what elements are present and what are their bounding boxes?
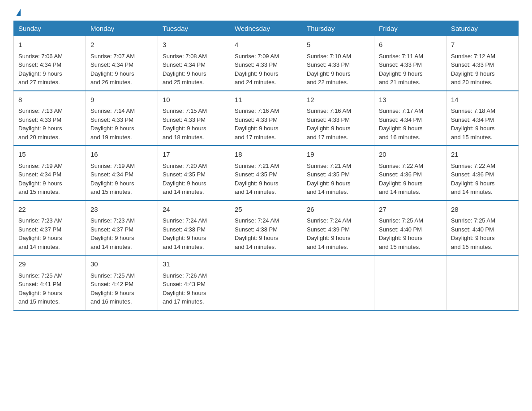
day-number: 6 bbox=[379, 40, 442, 50]
daylight-label: Daylight: 9 hours bbox=[163, 70, 206, 77]
daylight-label: Daylight: 9 hours bbox=[235, 180, 279, 187]
sunset-label: Sunset: 4:33 PM bbox=[90, 116, 133, 123]
sunrise-label: Sunrise: 7:15 AM bbox=[163, 107, 207, 114]
day-number: 8 bbox=[18, 95, 81, 105]
daylight-label: Daylight: 9 hours bbox=[379, 180, 423, 187]
empty-cell bbox=[446, 255, 519, 310]
daylight-detail: and 15 minutes. bbox=[90, 188, 132, 195]
calendar-day-16: 16 Sunrise: 7:19 AM Sunset: 4:34 PM Dayl… bbox=[86, 146, 158, 201]
calendar-day-3: 3 Sunrise: 7:08 AM Sunset: 4:34 PM Dayli… bbox=[158, 36, 230, 91]
daylight-detail: and 15 minutes. bbox=[451, 244, 493, 250]
sunset-label: Sunset: 4:43 PM bbox=[163, 281, 206, 287]
daylight-label: Daylight: 9 hours bbox=[18, 235, 62, 241]
day-header-saturday: Saturday bbox=[446, 21, 519, 36]
daylight-detail: and 14 minutes. bbox=[90, 244, 132, 250]
daylight-label: Daylight: 9 hours bbox=[307, 180, 351, 187]
calendar-day-28: 28 Sunrise: 7:25 AM Sunset: 4:40 PM Dayl… bbox=[446, 201, 519, 256]
empty-cell bbox=[230, 255, 302, 310]
calendar-week-2: 8 Sunrise: 7:13 AM Sunset: 4:33 PM Dayli… bbox=[14, 91, 519, 146]
day-number: 17 bbox=[163, 150, 225, 160]
sunrise-label: Sunrise: 7:19 AM bbox=[18, 163, 63, 169]
day-number: 1 bbox=[18, 40, 81, 50]
daylight-detail: and 26 minutes. bbox=[90, 79, 132, 86]
calendar-week-5: 29 Sunrise: 7:25 AM Sunset: 4:41 PM Dayl… bbox=[14, 255, 519, 310]
daylight-label: Daylight: 9 hours bbox=[235, 125, 279, 132]
calendar-day-19: 19 Sunrise: 7:21 AM Sunset: 4:35 PM Dayl… bbox=[302, 146, 374, 201]
sunset-label: Sunset: 4:35 PM bbox=[163, 171, 206, 178]
sunset-label: Sunset: 4:33 PM bbox=[451, 61, 494, 68]
sunrise-label: Sunrise: 7:07 AM bbox=[90, 53, 135, 60]
daylight-label: Daylight: 9 hours bbox=[90, 70, 134, 77]
daylight-detail: and 14 minutes. bbox=[379, 188, 420, 195]
empty-cell bbox=[374, 255, 446, 310]
daylight-detail: and 24 minutes. bbox=[235, 79, 276, 86]
empty-cell bbox=[302, 255, 374, 310]
sunset-label: Sunset: 4:36 PM bbox=[451, 171, 494, 178]
day-number: 19 bbox=[307, 150, 369, 160]
day-number: 15 bbox=[18, 150, 81, 160]
sunset-label: Sunset: 4:35 PM bbox=[307, 171, 350, 178]
sunset-label: Sunset: 4:38 PM bbox=[235, 226, 278, 233]
daylight-label: Daylight: 9 hours bbox=[18, 125, 62, 132]
day-number: 24 bbox=[163, 205, 225, 215]
daylight-label: Daylight: 9 hours bbox=[451, 180, 495, 187]
daylight-detail: and 20 minutes. bbox=[451, 79, 493, 86]
calendar-week-3: 15 Sunrise: 7:19 AM Sunset: 4:34 PM Dayl… bbox=[14, 146, 519, 201]
daylight-detail: and 15 minutes. bbox=[379, 244, 420, 250]
sunrise-label: Sunrise: 7:23 AM bbox=[90, 217, 135, 224]
sunrise-label: Sunrise: 7:17 AM bbox=[379, 107, 423, 114]
sunset-label: Sunset: 4:40 PM bbox=[379, 226, 422, 233]
day-header-wednesday: Wednesday bbox=[230, 21, 302, 36]
sunrise-label: Sunrise: 7:23 AM bbox=[18, 217, 63, 224]
daylight-label: Daylight: 9 hours bbox=[90, 125, 134, 132]
calendar-day-24: 24 Sunrise: 7:24 AM Sunset: 4:38 PM Dayl… bbox=[158, 201, 230, 256]
sunset-label: Sunset: 4:34 PM bbox=[18, 61, 61, 68]
daylight-detail: and 22 minutes. bbox=[307, 79, 348, 86]
day-number: 20 bbox=[379, 150, 442, 160]
calendar-day-6: 6 Sunrise: 7:11 AM Sunset: 4:33 PM Dayli… bbox=[374, 36, 446, 91]
daylight-label: Daylight: 9 hours bbox=[90, 235, 134, 241]
calendar-day-12: 12 Sunrise: 7:16 AM Sunset: 4:33 PM Dayl… bbox=[302, 91, 374, 146]
sunrise-label: Sunrise: 7:16 AM bbox=[307, 107, 351, 114]
logo-triangle-icon bbox=[16, 9, 21, 16]
sunrise-label: Sunrise: 7:24 AM bbox=[307, 217, 351, 224]
calendar-day-8: 8 Sunrise: 7:13 AM Sunset: 4:33 PM Dayli… bbox=[14, 91, 86, 146]
sunrise-label: Sunrise: 7:22 AM bbox=[451, 163, 495, 169]
day-number: 7 bbox=[451, 40, 514, 50]
calendar-day-5: 5 Sunrise: 7:10 AM Sunset: 4:33 PM Dayli… bbox=[302, 36, 374, 91]
sunrise-label: Sunrise: 7:11 AM bbox=[379, 53, 423, 60]
daylight-detail: and 17 minutes. bbox=[235, 134, 276, 141]
sunrise-label: Sunrise: 7:08 AM bbox=[163, 53, 207, 60]
calendar-day-7: 7 Sunrise: 7:12 AM Sunset: 4:33 PM Dayli… bbox=[446, 36, 519, 91]
sunrise-label: Sunrise: 7:24 AM bbox=[235, 217, 279, 224]
sunrise-label: Sunrise: 7:25 AM bbox=[379, 217, 423, 224]
day-number: 27 bbox=[379, 205, 442, 215]
daylight-label: Daylight: 9 hours bbox=[163, 235, 206, 241]
sunrise-label: Sunrise: 7:18 AM bbox=[451, 107, 495, 114]
daylight-detail: and 14 minutes. bbox=[235, 244, 276, 250]
calendar-day-21: 21 Sunrise: 7:22 AM Sunset: 4:36 PM Dayl… bbox=[446, 146, 519, 201]
logo-blue-text bbox=[13, 9, 21, 16]
daylight-detail: and 16 minutes. bbox=[379, 134, 420, 141]
daylight-label: Daylight: 9 hours bbox=[18, 180, 62, 187]
sunset-label: Sunset: 4:34 PM bbox=[451, 116, 494, 123]
sunset-label: Sunset: 4:33 PM bbox=[163, 116, 206, 123]
sunset-label: Sunset: 4:34 PM bbox=[90, 61, 133, 68]
day-number: 21 bbox=[451, 150, 514, 160]
sunrise-label: Sunrise: 7:24 AM bbox=[163, 217, 207, 224]
daylight-label: Daylight: 9 hours bbox=[451, 125, 495, 132]
sunset-label: Sunset: 4:42 PM bbox=[90, 281, 133, 287]
day-header-friday: Friday bbox=[374, 21, 446, 36]
day-number: 23 bbox=[90, 205, 153, 215]
sunset-label: Sunset: 4:37 PM bbox=[90, 226, 133, 233]
sunrise-label: Sunrise: 7:21 AM bbox=[307, 163, 351, 169]
calendar-day-27: 27 Sunrise: 7:25 AM Sunset: 4:40 PM Dayl… bbox=[374, 201, 446, 256]
daylight-label: Daylight: 9 hours bbox=[235, 235, 279, 241]
daylight-label: Daylight: 9 hours bbox=[235, 70, 279, 77]
daylight-label: Daylight: 9 hours bbox=[18, 290, 62, 296]
daylight-label: Daylight: 9 hours bbox=[163, 180, 206, 187]
day-number: 30 bbox=[90, 259, 153, 270]
daylight-detail: and 21 minutes. bbox=[379, 79, 420, 86]
calendar-day-15: 15 Sunrise: 7:19 AM Sunset: 4:34 PM Dayl… bbox=[14, 146, 86, 201]
daylight-label: Daylight: 9 hours bbox=[18, 70, 62, 77]
